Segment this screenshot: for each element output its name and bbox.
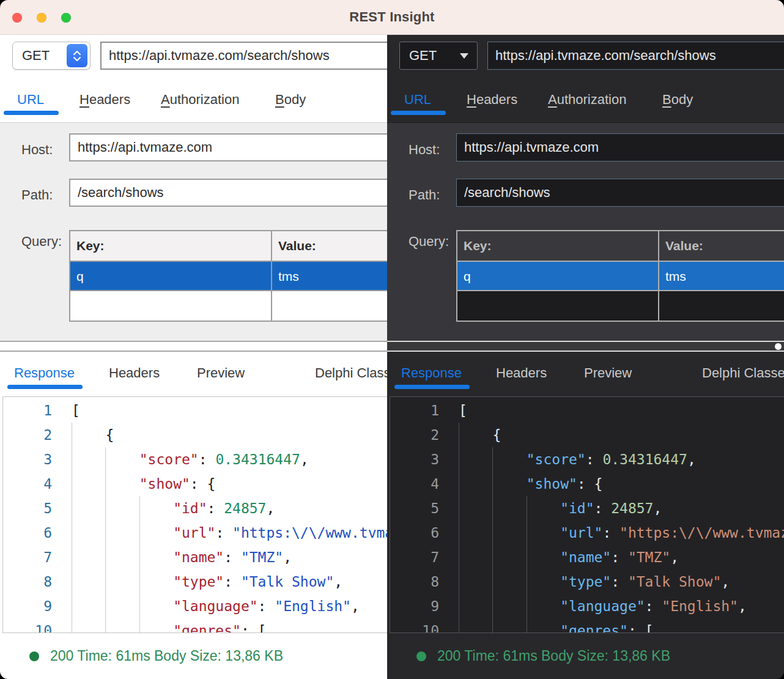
indent-guide: [459, 496, 492, 521]
indent-guide: [492, 521, 526, 545]
active-tab-indicator: [7, 385, 83, 389]
path-label: Path:: [21, 187, 53, 203]
method-select[interactable]: GET: [12, 42, 91, 70]
indent-guide: [492, 594, 526, 618]
indent-guide: [459, 570, 492, 594]
path-input[interactable]: [69, 179, 387, 207]
tab-response-headers[interactable]: Headers: [496, 365, 547, 381]
close-button[interactable]: [12, 13, 22, 23]
tab-response[interactable]: Response: [401, 365, 462, 381]
indent-guide: [72, 521, 105, 545]
url-input[interactable]: [100, 42, 387, 70]
active-tab-indicator: [391, 111, 446, 115]
line-number: 8: [3, 570, 52, 594]
indent-guide: [139, 496, 173, 521]
request-bar: GET: [387, 35, 784, 76]
indent-guide: [459, 472, 492, 496]
code-line: 2{: [3, 423, 387, 447]
status-text: 200 Time: 61ms Body Size: 13,86 KB: [50, 648, 283, 664]
tab-url[interactable]: URL: [17, 92, 44, 108]
tab-preview[interactable]: Preview: [584, 365, 632, 381]
tab-response-headers[interactable]: Headers: [109, 365, 160, 381]
query-row-selected[interactable]: q tms: [457, 261, 784, 290]
query-row-empty[interactable]: [70, 290, 387, 321]
indent-guide: [459, 521, 492, 545]
key-header: Key:: [457, 231, 659, 261]
url-form: Host: Path: Query: Key: Value: q tms: [387, 122, 784, 341]
tab-authorization[interactable]: Authorization: [161, 92, 239, 108]
line-number: 8: [390, 570, 439, 594]
tab-url[interactable]: URL: [404, 92, 431, 108]
host-input[interactable]: [456, 133, 784, 161]
line-number: 9: [3, 594, 52, 618]
code-line: 9"language": "English",: [3, 594, 387, 618]
line-number: 5: [390, 496, 439, 521]
method-select[interactable]: GET: [399, 42, 478, 70]
line-number: 4: [390, 472, 439, 496]
value-header: Value:: [659, 231, 784, 261]
indent-guide: [139, 594, 173, 618]
tab-headers[interactable]: Headers: [467, 92, 517, 108]
indent-guide: [492, 472, 526, 496]
indent-guide: [139, 618, 173, 633]
indent-guide: [492, 496, 526, 521]
tab-preview[interactable]: Preview: [197, 365, 245, 381]
zoom-button[interactable]: [61, 13, 71, 23]
indent-guide: [527, 521, 560, 545]
code-line: 5"id": 24857,: [3, 496, 387, 521]
indent-guide: [459, 618, 492, 633]
tab-body[interactable]: Body: [662, 92, 693, 108]
code-line: 1[: [390, 398, 784, 423]
query-label: Query:: [21, 234, 62, 250]
indent-guide: [72, 423, 105, 447]
tab-body[interactable]: Body: [275, 92, 306, 108]
indent-guide: [459, 545, 492, 570]
minimize-button[interactable]: [37, 13, 46, 23]
tab-authorization[interactable]: Authorization: [548, 92, 626, 108]
status-dot-icon: [416, 651, 426, 661]
tab-delphi-classes[interactable]: Delphi Classes: [315, 365, 387, 381]
query-value-cell: tms: [659, 262, 784, 290]
method-value: GET: [13, 48, 67, 64]
code-line: 2{: [390, 423, 784, 447]
indent-guide: [492, 570, 526, 594]
indent-guide: [72, 447, 105, 472]
query-key-cell: q: [70, 262, 272, 290]
path-input[interactable]: [456, 179, 784, 207]
indent-guide: [527, 618, 560, 633]
line-number: 7: [390, 545, 439, 570]
splitter-handle[interactable]: [387, 341, 784, 352]
host-input[interactable]: [69, 133, 387, 161]
tab-response[interactable]: Response: [14, 365, 75, 381]
url-input[interactable]: [487, 42, 784, 70]
title-bar: REST Insight: [0, 0, 784, 35]
line-number: 4: [3, 472, 52, 496]
line-number: 1: [3, 398, 52, 423]
active-tab-indicator: [394, 385, 470, 389]
code-line: 5"id": 24857,: [390, 496, 784, 521]
indent-guide: [72, 545, 105, 570]
host-label: Host:: [409, 142, 440, 158]
query-row-empty[interactable]: [457, 290, 784, 321]
line-number: 2: [390, 423, 439, 447]
indent-guide: [72, 472, 105, 496]
query-table: Key: Value: q tms: [69, 230, 387, 322]
status-dot-icon: [29, 651, 39, 661]
splitter-handle[interactable]: [0, 341, 387, 352]
tab-headers[interactable]: Headers: [80, 92, 130, 108]
indent-guide: [72, 594, 105, 618]
code-line: 10"genres": [: [390, 618, 784, 633]
indent-guide: [492, 545, 526, 570]
response-body-viewer[interactable]: 1[2{3"score": 0.34316447,4"show": {5"id"…: [390, 396, 784, 633]
response-body-viewer[interactable]: 1[2{3"score": 0.34316447,4"show": {5"id"…: [2, 396, 387, 633]
query-value-cell: tms: [272, 262, 387, 290]
line-number: 2: [3, 423, 52, 447]
code-line: 4"show": {: [3, 472, 387, 496]
line-number: 10: [3, 618, 52, 633]
code-line: 4"show": {: [390, 472, 784, 496]
query-row-selected[interactable]: q tms: [70, 261, 387, 290]
tab-delphi-classes[interactable]: Delphi Classes: [702, 365, 784, 381]
method-value: GET: [400, 48, 460, 64]
code-line: 1[: [3, 398, 387, 423]
line-number: 10: [390, 618, 439, 633]
